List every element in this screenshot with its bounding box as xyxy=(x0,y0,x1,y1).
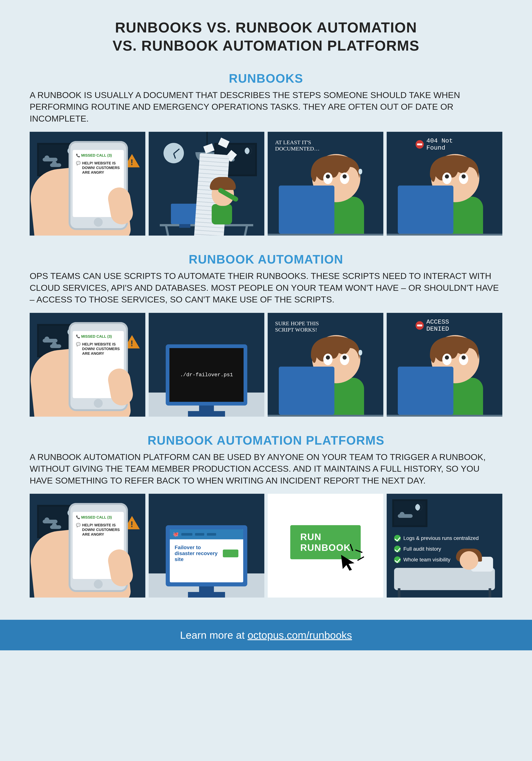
automation-heading: RUNBOOK AUTOMATION xyxy=(30,252,502,266)
octopus-logo-icon: 🐙 xyxy=(173,531,179,537)
check-icon xyxy=(394,546,401,552)
automation-panel-4: ACCESS DENIED xyxy=(387,313,502,417)
check-icon xyxy=(394,535,401,542)
phone-missed-call: MISSED CALL (3) xyxy=(76,515,121,519)
runbooks-panel-1: MISSED CALL (3) HELP! WEBSITE IS DOWN! C… xyxy=(30,132,145,236)
error-text: ACCESS DENIED xyxy=(426,319,473,332)
automation-panel-3: SURE HOPE THIS SCRIPT WORKS! xyxy=(268,313,383,417)
error-text: 404 Not Found xyxy=(426,137,473,151)
benefit-text: Full audit history xyxy=(403,546,441,552)
phone-message: HELP! WEBSITE IS DOWN! CUSTOMERS ARE ANG… xyxy=(82,342,121,356)
hand-holding-phone-icon: MISSED CALL (3) HELP! WEBSITE IS DOWN! C… xyxy=(61,141,145,236)
footer: Learn more at octopus.com/runbooks xyxy=(0,620,532,650)
runbooks-heading: RUNBOOKS xyxy=(30,71,502,86)
monitor-icon xyxy=(171,204,199,224)
error-banner: 404 Not Found xyxy=(416,137,473,151)
benefit-text: Logs & previous runs centralized xyxy=(403,535,479,541)
platforms-panel-2: 🐙 Failover to disaster recovery site xyxy=(149,494,264,598)
phone-message: HELP! WEBSITE IS DOWN! CUSTOMERS ARE ANG… xyxy=(82,161,121,175)
clock-icon xyxy=(163,143,184,163)
automation-row: MISSED CALL (3) HELP! WEBSITE IS DOWN! C… xyxy=(30,313,502,417)
sweat-icon xyxy=(359,169,362,174)
automation-panel-1: MISSED CALL (3) HELP! WEBSITE IS DOWN! C… xyxy=(30,313,145,417)
monitor-icon xyxy=(279,367,334,415)
benefit-item: Logs & previous runs centralized xyxy=(394,535,499,542)
platforms-panel-3: RUN RUNBOOK xyxy=(268,494,383,598)
title-line-1: RUNBOOKS VS. RUNBOOK AUTOMATION xyxy=(115,19,417,35)
footer-prefix: Learn more at xyxy=(180,629,248,641)
confused-person-icon xyxy=(212,182,234,224)
benefit-text: Whole team visibility xyxy=(403,557,450,563)
runbooks-panel-3: AT LEAST IT'S DOCUMENTED… xyxy=(268,132,383,236)
benefit-item: Full audit history xyxy=(394,546,499,552)
platforms-desc: A RUNBOOK AUTOMATION PLATFORM CAN BE USE… xyxy=(30,451,502,486)
platforms-row: MISSED CALL (3) HELP! WEBSITE IS DOWN! C… xyxy=(30,494,502,598)
monitor-icon xyxy=(279,186,334,234)
monitor-icon xyxy=(398,367,453,415)
terminal-command: ./dr-failover.ps1 xyxy=(180,372,233,378)
platforms-panel-1: MISSED CALL (3) HELP! WEBSITE IS DOWN! C… xyxy=(30,494,145,598)
sweat-icon xyxy=(359,350,362,356)
no-entry-icon xyxy=(416,321,424,330)
automation-panel-2: ./dr-failover.ps1 xyxy=(149,313,264,417)
footer-link[interactable]: octopus.com/runbooks xyxy=(248,629,352,641)
terminal-monitor-icon: ./dr-failover.ps1 xyxy=(166,344,247,405)
no-entry-icon xyxy=(416,140,424,148)
platforms-heading: RUNBOOK AUTOMATION PLATFORMS xyxy=(30,433,502,447)
runbooks-row: MISSED CALL (3) HELP! WEBSITE IS DOWN! C… xyxy=(30,132,502,236)
run-button-small[interactable] xyxy=(223,550,238,557)
error-banner: ACCESS DENIED xyxy=(416,319,473,332)
hand-holding-phone-icon: MISSED CALL (3) HELP! WEBSITE IS DOWN! C… xyxy=(61,503,145,598)
phone-missed-call: MISSED CALL (3) xyxy=(76,334,121,339)
cursor-icon xyxy=(339,554,356,571)
phone-missed-call: MISSED CALL (3) xyxy=(76,153,121,157)
phone-message: HELP! WEBSITE IS DOWN! CUSTOMERS ARE ANG… xyxy=(82,523,121,537)
platforms-panel-4: Logs & previous runs centralized Full au… xyxy=(387,494,502,598)
monitor-icon xyxy=(398,186,453,234)
runbooks-panel-4: 404 Not Found xyxy=(387,132,502,236)
check-icon xyxy=(394,556,401,563)
runbooks-desc: A RUNBOOK IS USUALLY A DOCUMENT THAT DES… xyxy=(30,89,502,124)
hand-holding-phone-icon: MISSED CALL (3) HELP! WEBSITE IS DOWN! C… xyxy=(61,322,145,417)
night-window-icon xyxy=(392,499,428,527)
runbooks-panel-2 xyxy=(149,132,264,236)
speech-text: AT LEAST IT'S DOCUMENTED… xyxy=(275,139,323,152)
sleeping-person-icon xyxy=(394,568,495,590)
title-line-2: VS. RUNBOOK AUTOMATION PLATFORMS xyxy=(112,37,420,54)
speech-text: SURE HOPE THIS SCRIPT WORKS! xyxy=(275,320,323,333)
page-title: RUNBOOKS VS. RUNBOOK AUTOMATION VS. RUNB… xyxy=(30,19,502,55)
automation-desc: OPS TEAMS CAN USE SCRIPTS TO AUTOMATE TH… xyxy=(30,270,502,305)
ui-monitor-icon: 🐙 Failover to disaster recovery site xyxy=(166,525,247,586)
runbook-ui: 🐙 Failover to disaster recovery site xyxy=(170,529,243,582)
runbook-name: Failover to disaster recovery site xyxy=(175,545,219,562)
